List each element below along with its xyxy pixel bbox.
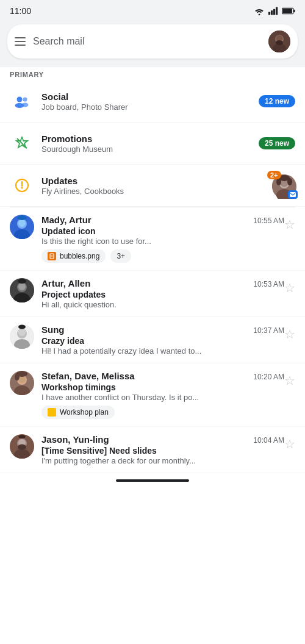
updates-msg-icon: [288, 190, 298, 199]
wifi-icon: [254, 7, 265, 15]
email-subject-sung: Crazy idea: [41, 336, 284, 346]
updates-name: Updates: [41, 176, 271, 186]
email-content-stefan: Stefan, Dave, Melissa 10:20 AM Workshop …: [41, 371, 284, 419]
svg-point-41: [18, 279, 26, 284]
social-text: Social Job board, Photo Sharer: [34, 91, 259, 112]
svg-rect-6: [293, 10, 295, 13]
email-sender-stefan: Stefan, Dave, Melissa: [41, 371, 135, 381]
email-content-sung: Sung 10:37 AM Crazy idea Hi! I had a pot…: [41, 324, 284, 356]
avatar-sung: [10, 324, 34, 349]
email-row-artur-allen[interactable]: Artur, Allen 10:53 AM Project updates Hi…: [0, 271, 305, 317]
attachment-name-workshop: Workshop plan: [60, 408, 109, 417]
social-badge: 12 new: [259, 95, 295, 107]
updates-icon: [10, 173, 34, 198]
promotions-subtitle: Sourdough Museum: [41, 145, 259, 154]
svg-rect-2: [271, 10, 273, 15]
svg-rect-3: [273, 9, 275, 15]
email-content-artur-allen: Artur, Allen 10:53 AM Project updates Hi…: [41, 278, 284, 309]
status-icons: [254, 7, 295, 15]
email-row-mady-artur[interactable]: Mady, Artur 10:55 AM Updated icon Is thi…: [0, 207, 305, 271]
avatar-image: [268, 30, 290, 52]
battery-icon: [282, 7, 295, 15]
attachment-chip-bubbles[interactable]: bubbles.png: [41, 249, 106, 263]
avatar-mady-artur: [10, 215, 34, 239]
star-button-stefan[interactable]: ☆: [284, 373, 295, 388]
email-sender-artur-allen: Artur, Allen: [41, 278, 90, 288]
svg-point-26: [287, 178, 292, 185]
category-promotions[interactable]: Promotions Sourdough Museum 25 new: [0, 123, 305, 165]
updates-count: 2+: [267, 171, 281, 179]
search-placeholder: Search mail: [33, 36, 261, 47]
attachment-row-stefan: Workshop plan: [41, 406, 284, 419]
svg-point-31: [18, 220, 26, 227]
email-time-mady-artur: 10:55 AM: [253, 216, 284, 225]
svg-point-32: [18, 215, 26, 220]
email-sender-jason: Jason, Yun-ling: [41, 434, 109, 445]
svg-point-12: [276, 40, 283, 45]
svg-point-45: [18, 329, 26, 336]
updates-badge-wrap: 2+: [271, 173, 295, 198]
email-row-stefan[interactable]: Stefan, Dave, Melissa 10:20 AM Workshop …: [0, 363, 305, 427]
svg-point-16: [22, 103, 29, 107]
avatar-artur-allen: [10, 278, 34, 302]
doc-icon: [48, 408, 56, 417]
search-bar[interactable]: Search mail: [7, 24, 298, 59]
signal-icon: [268, 7, 278, 15]
email-subject-stefan: Workshop timings: [41, 382, 284, 392]
status-bar: 11:00: [0, 0, 305, 20]
email-time-artur-allen: 10:53 AM: [253, 280, 284, 288]
svg-point-19: [21, 187, 23, 189]
email-preview-artur-allen: Hi all, quick question.: [41, 300, 284, 309]
svg-point-0: [259, 14, 260, 16]
status-time: 11:00: [10, 6, 31, 16]
svg-point-40: [18, 283, 26, 290]
svg-rect-1: [268, 12, 270, 15]
email-sender-sung: Sung: [41, 324, 65, 335]
home-indicator: [0, 473, 305, 487]
email-content-jason: Jason, Yun-ling 10:04 AM [Time Sensitive…: [41, 434, 284, 465]
email-time-sung: 10:37 AM: [253, 326, 284, 335]
email-preview-stefan: I have another conflict on Thursday. Is …: [41, 393, 284, 402]
category-social[interactable]: Social Job board, Photo Sharer 12 new: [0, 80, 305, 123]
email-preview-mady-artur: Is this the right icon to use for...: [41, 237, 284, 246]
email-row-sung[interactable]: Sung 10:37 AM Crazy idea Hi! I had a pot…: [0, 317, 305, 363]
attachment-name-bubbles: bubbles.png: [60, 252, 99, 260]
email-header-jason: Jason, Yun-ling 10:04 AM: [41, 434, 284, 445]
email-header-artur-allen: Artur, Allen 10:53 AM: [41, 278, 284, 288]
email-time-jason: 10:04 AM: [253, 436, 284, 445]
email-preview-jason: I'm putting together a deck for our mont…: [41, 456, 284, 465]
svg-point-14: [23, 98, 27, 102]
promotions-text: Promotions Sourdough Museum: [34, 134, 259, 154]
email-time-stefan: 10:20 AM: [253, 373, 284, 381]
svg-rect-27: [290, 192, 296, 197]
svg-point-46: [18, 325, 26, 329]
email-header-mady-artur: Mady, Artur 10:55 AM: [41, 215, 284, 225]
user-avatar[interactable]: [268, 30, 290, 52]
category-updates[interactable]: Updates Fly Airlines, Cookbooks 2+: [0, 165, 305, 207]
svg-rect-7: [282, 9, 292, 13]
social-subtitle: Job board, Photo Sharer: [41, 102, 259, 112]
svg-point-52: [15, 373, 20, 381]
avatar-jason: [10, 434, 34, 459]
email-subject-jason: [Time Sensitive] Need slides: [41, 446, 284, 456]
hamburger-menu-button[interactable]: [15, 37, 26, 46]
svg-point-58: [18, 435, 26, 438]
email-header-sung: Sung 10:37 AM: [41, 324, 284, 335]
social-name: Social: [41, 91, 259, 102]
attachment-chip-workshop[interactable]: Workshop plan: [41, 406, 115, 419]
email-preview-sung: Hi! I had a potentially crazy idea I wan…: [41, 346, 284, 356]
email-header-stefan: Stefan, Dave, Melissa 10:20 AM: [41, 371, 284, 381]
attachment-file-icon: [48, 252, 56, 260]
star-button-sung[interactable]: ☆: [284, 327, 295, 342]
email-row-jason[interactable]: Jason, Yun-ling 10:04 AM [Time Sensitive…: [0, 427, 305, 473]
star-button-jason[interactable]: ☆: [284, 437, 295, 451]
attachment-more[interactable]: 3+: [110, 249, 131, 263]
promotions-icon: [10, 131, 34, 156]
email-subject-mady-artur: Updated icon: [41, 226, 284, 236]
updates-subtitle: Fly Airlines, Cookbooks: [41, 187, 271, 196]
email-subject-artur-allen: Project updates: [41, 290, 284, 299]
star-button-artur-allen[interactable]: ☆: [284, 281, 295, 295]
email-content-mady-artur: Mady, Artur 10:55 AM Updated icon Is thi…: [41, 215, 284, 263]
star-button-mady-artur[interactable]: ☆: [284, 217, 295, 232]
promotions-name: Promotions: [41, 134, 259, 144]
